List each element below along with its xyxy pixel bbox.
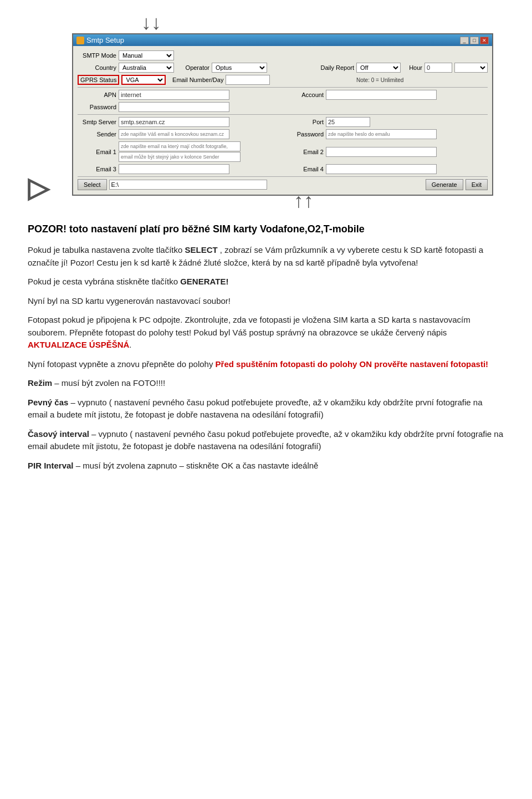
generate-button[interactable]: Generate [426,179,463,190]
email3-label: Email 3 [78,166,116,172]
dialog-body: SMTP Mode Manual Country Australia Opera… [73,46,492,195]
gprs-select[interactable]: VGA [121,75,166,85]
hour-select[interactable] [454,63,488,73]
email-per-day-input[interactable] [226,75,270,85]
maximize-button[interactable]: □ [470,37,479,44]
email4-label: Email 4 [285,166,324,172]
note-text: Note: 0 = Unlimited [356,77,403,83]
dialog-controls[interactable]: _ □ ✕ [460,37,489,44]
sender-col: Sender [78,129,280,139]
dialog-title: Smtp Setup [86,36,124,44]
password2-label: Password [285,131,324,138]
account-label: Account [285,91,324,98]
email1-input-line2[interactable] [119,152,241,162]
email2-label: Email 2 [285,149,324,155]
country-row: Country Australia Operator Optus Daily R… [78,63,488,73]
sender-label: Sender [78,131,116,138]
pevny-cas-label: Pevný čas [28,398,68,407]
title-left: Smtp Setup [76,36,124,44]
apn-input[interactable] [119,90,229,100]
para2: Pokud je cesta vybrána stiskněte tlačítk… [28,276,504,288]
pir-label: PIR Interval [28,461,74,470]
port-label: Port [285,119,324,125]
daily-report-select[interactable]: Off [356,63,401,73]
bottom-row: Select Generate Exit [78,179,488,190]
screenshot-area: ↓↓ ▷ Smtp Setup _ □ ✕ [22,11,510,207]
smtp-mode-row: SMTP Mode Manual [78,50,488,60]
account-col: Account [285,90,488,100]
arrow-up-bottom: ↑↑ [294,189,314,212]
para4: Fotopast pokud je připojena k PC odpojte… [28,314,504,352]
password-col: Password [78,102,280,112]
daily-report-label: Daily Report [310,64,354,71]
aktualizace-text: AKTUALIZACE ÚSPĚŠNÁ [28,340,129,349]
generate-bold: GENERATE! [180,277,228,286]
page-wrapper: ↓↓ ▷ Smtp Setup _ □ ✕ [0,0,532,501]
para5: Nyní fotopast vypněte a znovu přepněte d… [28,358,504,371]
email2-input[interactable] [326,147,437,157]
password2-input[interactable] [326,129,437,139]
warning-title: POZOR! toto nastavení platí pro běžné SI… [28,223,504,235]
casovy-label: Časový interval [28,429,89,439]
port-input[interactable] [326,117,370,127]
select-path-input[interactable] [109,180,268,190]
dialog-icon [76,37,84,44]
country-label: Country [78,64,116,71]
select-bold: SELECT [185,245,218,255]
content-area: POZOR! toto nastavení platí pro běžné SI… [22,223,510,472]
port-col: Port [285,117,488,127]
close-button[interactable]: ✕ [480,37,489,44]
smtp-mode-label: SMTP Mode [78,52,116,59]
smtp-server-input[interactable] [119,117,229,127]
para3: Nyní byl na SD kartu vygenerován nastavo… [28,295,504,308]
account-input[interactable] [326,90,437,100]
email3-col: Email 3 [78,164,280,174]
exit-button[interactable]: Exit [466,179,488,190]
smtp-server-label: Smtp Server [78,119,116,125]
arrow-left: ▷ [28,172,49,204]
email3-input[interactable] [119,164,229,174]
password2-col: Password [285,129,488,139]
email1-label: Email 1 [78,149,116,155]
email2-col: Email 2 [285,147,488,157]
password-label: Password [78,104,116,110]
gprs-row: GPRS Status VGA Email Number/Day Note: 0… [78,75,488,85]
email1-col: Email 1 [78,141,280,162]
operator-select[interactable]: Optus [212,63,267,73]
apn-label: APN [78,91,116,98]
casovy-interval: Časový interval – vypnuto ( nastavení pe… [28,428,504,453]
arrow-down-top: ↓↓ [141,11,161,34]
country-select[interactable]: Australia [119,63,174,73]
sender-row: Sender Password [78,129,488,139]
para6: Režim – musí být zvolen na FOTO!!!! [28,377,504,390]
operator-label: Operator [176,64,209,71]
hour-input[interactable]: 0 [424,63,452,73]
apn-col: APN [78,90,280,100]
smtp-dialog: Smtp Setup _ □ ✕ SMTP Mode Manual [72,33,493,196]
pred-spustenim-text: Před spuštěním fotopasti do polohy ON pr… [216,359,489,369]
hour-label: Hour [403,64,422,71]
sender-input[interactable] [119,129,229,139]
para1: Pokud je tabulka nastavena zvolte tlačít… [28,244,504,269]
pir-interval: PIR Interval – musí být zvolena zapnuto … [28,460,504,472]
para7: Pevný čas – vypnuto ( nastavení pevného … [28,396,504,421]
email4-col: Email 4 [285,164,488,174]
email4-input[interactable] [326,164,437,174]
password-row: Password [78,102,488,112]
dialog-titlebar: Smtp Setup _ □ ✕ [73,34,492,46]
password-input[interactable] [119,102,229,112]
rezim-label: Režim [28,378,52,388]
apn-row: APN Account [78,90,488,100]
email-per-day-label: Email Number/Day [168,77,223,83]
select-button[interactable]: Select [78,179,107,190]
smtp-server-row: Smtp Server Port [78,117,488,127]
email1-input[interactable] [119,141,241,151]
smtp-mode-select[interactable]: Manual [119,50,174,60]
minimize-button[interactable]: _ [460,37,469,44]
email3-row: Email 3 Email 4 [78,164,488,174]
smtp-server-col: Smtp Server [78,117,280,127]
email1-row: Email 1 Email 2 [78,141,488,162]
gprs-label: GPRS Status [78,75,119,85]
